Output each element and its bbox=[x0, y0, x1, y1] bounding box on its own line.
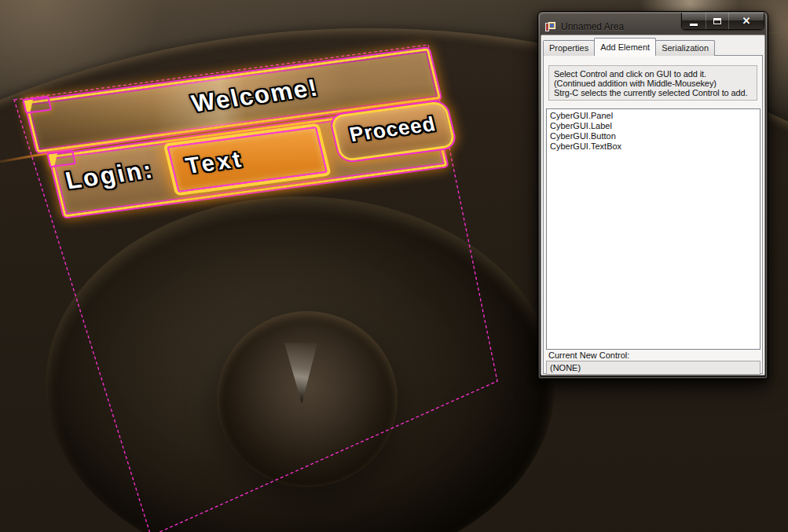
close-icon: ✕ bbox=[742, 16, 751, 26]
panel-corner-handle-icon bbox=[46, 149, 76, 167]
maximize-icon bbox=[713, 18, 721, 24]
tab-add-element[interactable]: Add Element bbox=[594, 38, 656, 56]
list-item[interactable]: CyberGUI.TextBox bbox=[550, 141, 760, 152]
close-button[interactable]: ✕ bbox=[728, 13, 764, 29]
window-client-area: Properties Add Element Serialization Sel… bbox=[541, 35, 764, 375]
minimize-icon bbox=[690, 24, 698, 26]
tab-strip: Properties Add Element Serialization bbox=[543, 38, 714, 56]
window-title: Unnamed Area bbox=[561, 21, 624, 32]
list-item[interactable]: CyberGUI.Button bbox=[550, 131, 760, 141]
instruction-line: Strg-C selects the currently selected Co… bbox=[554, 89, 757, 98]
maximize-button[interactable] bbox=[706, 13, 728, 29]
gui-textbox[interactable]: Text bbox=[167, 127, 327, 193]
current-new-control-label: Current New Control: bbox=[548, 350, 629, 360]
gui-proceed-label: Proceed bbox=[333, 103, 454, 160]
instructions-panel: Select Control and click on GUI to add i… bbox=[548, 65, 757, 101]
minimize-button[interactable] bbox=[682, 13, 706, 29]
tab-serialization[interactable]: Serialization bbox=[655, 40, 715, 56]
current-new-control-value[interactable]: (NONE) bbox=[546, 361, 761, 375]
instruction-line: (Continued addition with Middle-Mousekey… bbox=[554, 79, 757, 89]
tab-properties[interactable]: Properties bbox=[543, 40, 595, 56]
tab-page-add-element: Select Control and click on GUI to add i… bbox=[543, 55, 763, 374]
gui-textbox-text: Text bbox=[181, 138, 248, 186]
login-label: Login: bbox=[63, 156, 157, 195]
editor-window: Unnamed Area ✕ Properties Add Element Se… bbox=[537, 11, 768, 380]
list-item[interactable]: CyberGUI.Label bbox=[550, 121, 760, 131]
caption-button-group: ✕ bbox=[681, 13, 764, 30]
control-listbox[interactable]: CyberGUI.Panel CyberGUI.Label CyberGUI.B… bbox=[546, 108, 761, 350]
list-item[interactable]: CyberGUI.Panel bbox=[550, 111, 760, 121]
speaker-cone bbox=[217, 311, 398, 487]
form-icon bbox=[545, 22, 556, 32]
